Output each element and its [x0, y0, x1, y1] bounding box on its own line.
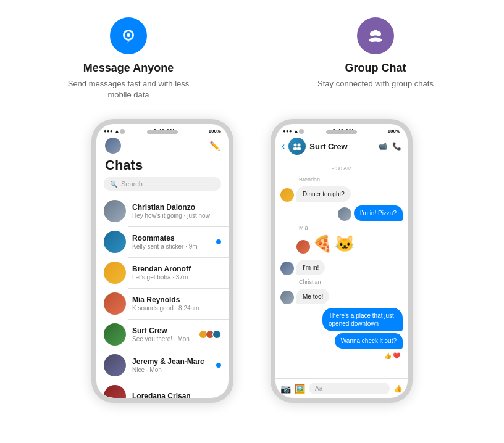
list-item[interactable]: Brendan Aronoff Let's get boba · 37m	[96, 257, 229, 288]
input-placeholder: Aa	[315, 385, 322, 392]
message-input-bar: 📷 🖼️ Aa 👍	[275, 378, 408, 398]
status-bar-left: ●●● ▲ 9:41 AM 100%	[96, 124, 229, 135]
chat-content: Roommates Kelly sent a sticker · 9m	[132, 234, 210, 250]
bubble-sent: There's a place that just opened downtow…	[322, 308, 403, 331]
call-icon[interactable]: 📞	[392, 142, 401, 151]
msg-avatar	[280, 262, 294, 275]
back-button[interactable]: ‹	[282, 141, 285, 152]
avatar	[104, 292, 126, 315]
msg-row: Me too!	[280, 289, 403, 304]
group-chat-feature: Group Chat Stay connected with group cha…	[314, 17, 437, 101]
mia-avatar	[296, 240, 310, 254]
sent-group: There's a place that just opened downtow…	[322, 308, 403, 349]
user-avatar[interactable]	[105, 138, 121, 154]
cat-sticker: 🐱	[335, 234, 355, 254]
chat-name: Christian Dalonzo	[132, 203, 221, 212]
status-right-r: 100%	[388, 128, 400, 134]
chat-name: Jeremy & Jean-Marc	[132, 357, 210, 366]
sender-label: Christian	[299, 279, 403, 285]
list-item[interactable]: Loredana Crisan	[96, 381, 229, 398]
message-anyone-desc: Send messages fast and with less mobile …	[67, 78, 190, 101]
sender-label: Mia	[299, 225, 403, 231]
status-right: 100%	[209, 128, 221, 134]
list-item[interactable]: Jeremy & Jean-Marc Nice · Mon	[96, 350, 229, 381]
chat-content: Brendan Aronoff Let's get boba · 37m	[132, 265, 221, 281]
list-item[interactable]: Surf Crew See you there! · Mon	[96, 319, 229, 350]
chat-preview: Nice · Mon	[132, 366, 210, 373]
chat-preview: Hey how's it going · just now	[132, 212, 221, 219]
group-screen: ●●● ▲ 9:41 AM 100% ‹	[275, 124, 408, 398]
reaction-row: 👍 ❤️	[280, 352, 400, 359]
chats-phone: ●●● ▲ 9:41 AM 100% ✏️ Chats 🔍 Search	[91, 119, 233, 403]
list-item[interactable]: Roommates Kelly sent a sticker · 9m	[96, 226, 229, 257]
message-anyone-feature: Message Anyone Send messages fast and wi…	[67, 17, 190, 101]
signal-icon-r: ●●●	[283, 128, 292, 134]
time-left: 9:41 AM	[153, 128, 174, 134]
status-left-r: ●●● ▲	[283, 128, 298, 134]
user-bubble-avatar	[338, 207, 351, 221]
list-item[interactable]: Mia Reynolds K sounds good · 8:24am	[96, 288, 229, 319]
avatar	[104, 323, 126, 346]
sender-label: Brendan	[299, 176, 403, 183]
chat-content: Christian Dalonzo Hey how's it going · j…	[132, 203, 221, 219]
chats-title: Chats	[96, 157, 229, 177]
header-icons: 📹 📞	[378, 142, 401, 151]
bubble-received: Me too!	[296, 289, 329, 304]
chat-content: Jeremy & Jean-Marc Nice · Mon	[132, 357, 210, 373]
avatar	[104, 200, 126, 222]
wifi-icon: ▲	[115, 128, 120, 134]
send-icon[interactable]: 👍	[393, 384, 403, 393]
sticker-area: 🍕 🐱	[296, 234, 403, 254]
group-chat-desc: Stay connected with group chats	[317, 78, 434, 89]
svg-point-5	[373, 30, 379, 36]
search-bar[interactable]: 🔍 Search	[104, 177, 221, 191]
msg-avatar	[280, 188, 294, 202]
msg-row: I'm in!	[280, 260, 403, 275]
status-left: ●●● ▲	[104, 128, 119, 134]
chat-content: Loredana Crisan	[132, 392, 221, 399]
pizza-sticker: 🍕	[313, 234, 332, 254]
message-input[interactable]: Aa	[309, 383, 390, 394]
camera-icon[interactable]: 📷	[280, 384, 291, 394]
chat-content: Mia Reynolds K sounds good · 8:24am	[132, 296, 221, 312]
msg-row: Dinner tonight?	[280, 186, 403, 202]
group-avatars	[199, 330, 221, 339]
avatar	[104, 262, 126, 284]
svg-point-10	[298, 144, 301, 147]
svg-point-9	[294, 144, 297, 147]
search-icon: 🔍	[110, 181, 117, 188]
avatar	[104, 354, 126, 376]
image-icon[interactable]: 🖼️	[295, 384, 305, 394]
unread-badge	[216, 239, 221, 244]
compose-icon[interactable]: ✏️	[209, 141, 220, 151]
group-chat-title: Group Chat	[345, 62, 406, 75]
chat-preview: Let's get boba · 37m	[132, 274, 221, 281]
svg-point-2	[127, 33, 130, 37]
features-section: Message Anyone Send messages fast and wi…	[0, 0, 504, 113]
signal-icon: ●●●	[104, 128, 113, 134]
msg-row-sent: I'm in! Pizza?	[280, 205, 403, 221]
chat-name: Roommates	[132, 234, 210, 242]
chat-name: Brendan Aronoff	[132, 265, 221, 273]
svg-point-12	[296, 147, 301, 150]
msg-avatar	[280, 291, 294, 304]
wifi-icon-r: ▲	[294, 128, 299, 134]
group-icon	[357, 17, 394, 54]
bubble-sent: Wanna check it out?	[335, 333, 403, 349]
unread-badge	[216, 363, 221, 368]
chats-screen: ●●● ▲ 9:41 AM 100% ✏️ Chats 🔍 Search	[96, 124, 229, 398]
chats-header: ✏️	[96, 135, 229, 157]
chat-preview: K sounds good · 8:24am	[132, 305, 221, 312]
list-item[interactable]: Christian Dalonzo Hey how's it going · j…	[96, 196, 229, 226]
chat-name: Mia Reynolds	[132, 296, 221, 304]
battery-left: 100%	[209, 128, 221, 134]
battery-right: 100%	[388, 128, 400, 134]
time-right: 9:41 AM	[332, 128, 353, 134]
heart-reaction: ❤️	[393, 352, 400, 359]
messages-area: 9:30 AM Brendan Dinner tonight? I'm in! …	[275, 159, 408, 378]
bubble-received: Dinner tonight?	[296, 186, 351, 202]
thumbsup-reaction: 👍	[384, 352, 392, 359]
msg-row-sent: There's a place that just opened downtow…	[280, 308, 403, 349]
video-icon[interactable]: 📹	[378, 142, 387, 151]
chat-preview: Kelly sent a sticker · 9m	[132, 243, 210, 250]
